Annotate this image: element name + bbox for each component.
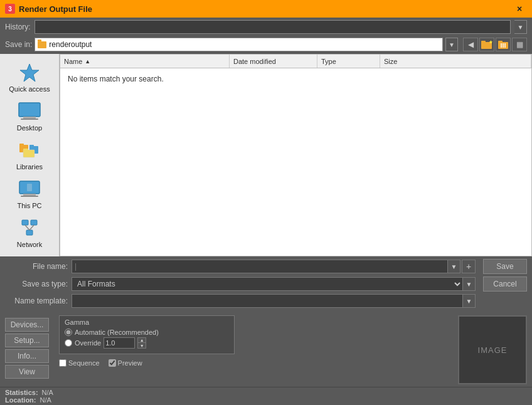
override-label: Override xyxy=(75,339,101,347)
options-and-preview: Gamma Automatic (Recommended) Override ▲… xyxy=(54,315,527,384)
add-button[interactable]: + xyxy=(462,260,476,273)
name-template-label: Name template: xyxy=(5,297,68,305)
side-buttons: Devices... Setup... Info... View xyxy=(5,318,49,379)
sidebar-item-quick-access[interactable]: Quick access xyxy=(0,58,59,97)
cancel-btn-wrapper: Cancel xyxy=(483,276,527,292)
cancel-button[interactable]: Cancel xyxy=(483,276,527,292)
file-name-wrapper: ▼ + xyxy=(72,260,476,273)
automatic-row: Automatic (Recommended) xyxy=(65,329,229,336)
save-as-label: Save as type: xyxy=(5,280,68,288)
thispc-icon-box xyxy=(17,178,42,201)
title-bar: 3 Render Output File × xyxy=(0,0,532,18)
gamma-title: Gamma xyxy=(65,318,229,326)
close-button[interactable]: × xyxy=(512,1,527,16)
folder-path-display: renderoutput xyxy=(35,38,443,51)
svg-line-25 xyxy=(25,225,29,230)
sequence-label: Sequence xyxy=(68,359,100,367)
delete-button[interactable] xyxy=(496,38,511,51)
nav-back-button[interactable]: ◀ xyxy=(463,38,478,51)
column-name[interactable]: Name ▲ xyxy=(60,55,230,68)
save-in-label: Save in: xyxy=(5,40,32,49)
location-value: N/A xyxy=(40,396,51,404)
preview-checkbox[interactable] xyxy=(109,359,116,367)
sidebar-item-libraries[interactable]: Libraries xyxy=(0,135,59,174)
column-date[interactable]: Date modified xyxy=(230,55,317,68)
file-name-row: File name: ▼ + Save xyxy=(5,259,527,274)
automatic-radio[interactable] xyxy=(65,329,72,336)
svg-rect-1 xyxy=(481,41,486,43)
save-as-arrow[interactable]: ▼ xyxy=(463,277,476,291)
view-toggle-button[interactable]: ▦ xyxy=(512,38,527,51)
override-radio[interactable] xyxy=(65,339,72,347)
file-list[interactable]: Name ▲ Date modified Type Size No items … xyxy=(60,54,532,256)
statistics-label: Statistics: xyxy=(5,389,38,396)
column-type[interactable]: Type xyxy=(317,55,380,68)
location-label: Location: xyxy=(5,396,36,404)
svg-rect-11 xyxy=(21,118,38,120)
info-button[interactable]: Info... xyxy=(5,349,49,363)
new-folder-button[interactable] xyxy=(479,38,494,51)
statistics-row: Statistics: N/A xyxy=(5,389,527,396)
override-value[interactable] xyxy=(104,337,135,349)
sidebar-item-network[interactable]: Network xyxy=(0,213,59,252)
file-name-label: File name: xyxy=(5,262,68,271)
svg-marker-8 xyxy=(20,64,39,82)
save-as-row: Save as type: All Formats ▼ Cancel xyxy=(5,276,527,292)
network-icon xyxy=(18,219,41,238)
stats-area: Statistics: N/A Location: N/A xyxy=(0,387,532,405)
quick-access-icon-box xyxy=(17,61,42,84)
svg-rect-15 xyxy=(29,145,34,147)
file-list-header: Name ▲ Date modified Type Size xyxy=(60,55,531,68)
file-name-input[interactable] xyxy=(72,260,448,273)
preview-image-label: IMAGE xyxy=(478,345,508,355)
sidebar-item-label: Quick access xyxy=(9,85,50,93)
name-template-arrow[interactable]: ▼ xyxy=(463,294,476,308)
sidebar-item-label: Network xyxy=(17,241,42,248)
star-icon xyxy=(19,63,40,83)
libraries-icon xyxy=(18,141,41,160)
svg-rect-19 xyxy=(23,194,36,196)
column-size[interactable]: Size xyxy=(380,55,531,68)
automatic-label: Automatic (Recommended) xyxy=(75,329,159,336)
save-as-select[interactable]: All Formats xyxy=(72,277,463,291)
view-button[interactable]: View xyxy=(5,365,49,379)
svg-rect-22 xyxy=(22,220,28,225)
save-button[interactable]: Save xyxy=(483,259,527,274)
statistics-value: N/A xyxy=(42,389,53,396)
sequence-checkbox[interactable] xyxy=(59,359,66,367)
preview-check-item: Preview xyxy=(109,359,142,367)
form-area: File name: ▼ + Save Save as type: All Fo… xyxy=(0,256,532,313)
lower-area: Devices... Setup... Info... View Gamma A… xyxy=(0,313,532,387)
override-spinner[interactable]: ▲ ▼ xyxy=(137,337,146,349)
file-name-arrow[interactable]: ▼ xyxy=(448,260,460,273)
gamma-box: Gamma Automatic (Recommended) Override ▲… xyxy=(59,315,235,354)
history-input[interactable] xyxy=(35,20,511,34)
folder-path-arrow[interactable]: ▼ xyxy=(445,38,458,51)
override-row: Override ▲ ▼ xyxy=(65,337,229,349)
dialog: History: ▼ Save in: renderoutput ▼ ◀ ▦ xyxy=(0,18,532,405)
svg-rect-24 xyxy=(26,230,33,235)
checkboxes-row: Sequence Preview xyxy=(59,358,235,368)
sidebar-item-label: Desktop xyxy=(17,124,42,132)
folder-path-text: renderoutput xyxy=(49,40,92,49)
history-label: History: xyxy=(5,23,31,31)
history-dropdown-arrow[interactable]: ▼ xyxy=(514,20,527,34)
sidebar-item-this-pc[interactable]: This PC xyxy=(0,174,59,213)
window-title: Render Output File xyxy=(19,4,512,14)
sidebar: Quick access Desktop xyxy=(0,54,60,256)
desktop-icon-box xyxy=(17,100,42,123)
devices-button[interactable]: Devices... xyxy=(5,318,49,332)
toolbar-buttons: ◀ ▦ xyxy=(463,38,527,51)
svg-rect-21 xyxy=(27,184,32,191)
content-area: Quick access Desktop xyxy=(0,54,532,256)
sidebar-item-desktop[interactable]: Desktop xyxy=(0,97,59,135)
folder-icon xyxy=(38,41,46,48)
name-template-input[interactable] xyxy=(72,294,463,308)
svg-rect-13 xyxy=(19,144,24,146)
preview-image-box: IMAGE xyxy=(458,315,527,384)
history-row: History: ▼ xyxy=(0,18,532,36)
left-options: Gamma Automatic (Recommended) Override ▲… xyxy=(59,315,235,368)
libraries-icon-box xyxy=(17,139,42,162)
empty-message: No items match your search. xyxy=(60,68,531,90)
setup-button[interactable]: Setup... xyxy=(5,334,49,347)
